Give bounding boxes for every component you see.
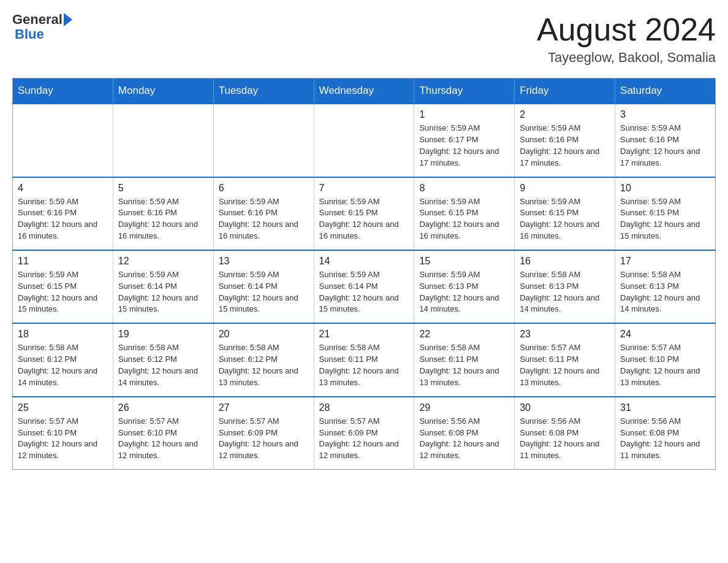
day-info: Sunrise: 5:57 AM Sunset: 6:10 PM Dayligh… <box>620 342 710 388</box>
day-number: 7 <box>319 183 409 194</box>
calendar-header-friday: Friday <box>515 79 615 104</box>
calendar-week-row: 25Sunrise: 5:57 AM Sunset: 6:10 PM Dayli… <box>13 397 716 470</box>
calendar-header-wednesday: Wednesday <box>314 79 414 104</box>
day-info: Sunrise: 5:59 AM Sunset: 6:15 PM Dayligh… <box>18 269 108 315</box>
calendar-cell: 3Sunrise: 5:59 AM Sunset: 6:16 PM Daylig… <box>615 104 716 177</box>
calendar-week-row: 18Sunrise: 5:58 AM Sunset: 6:12 PM Dayli… <box>13 323 716 396</box>
calendar-table: SundayMondayTuesdayWednesdayThursdayFrid… <box>12 78 716 470</box>
day-info: Sunrise: 5:59 AM Sunset: 6:16 PM Dayligh… <box>520 123 610 169</box>
day-number: 18 <box>18 329 108 340</box>
calendar-cell: 10Sunrise: 5:59 AM Sunset: 6:15 PM Dayli… <box>615 177 716 250</box>
logo: General Blue <box>12 12 72 42</box>
day-number: 8 <box>419 183 509 194</box>
day-info: Sunrise: 5:56 AM Sunset: 6:08 PM Dayligh… <box>620 416 710 462</box>
day-info: Sunrise: 5:58 AM Sunset: 6:12 PM Dayligh… <box>118 342 208 388</box>
day-number: 23 <box>520 329 610 340</box>
calendar-header-tuesday: Tuesday <box>213 79 314 104</box>
day-number: 31 <box>620 402 710 413</box>
day-number: 25 <box>18 402 108 413</box>
calendar-week-row: 4Sunrise: 5:59 AM Sunset: 6:16 PM Daylig… <box>13 177 716 250</box>
calendar-cell: 17Sunrise: 5:58 AM Sunset: 6:13 PM Dayli… <box>615 250 716 323</box>
day-info: Sunrise: 5:59 AM Sunset: 6:15 PM Dayligh… <box>419 196 509 242</box>
calendar-header-saturday: Saturday <box>615 79 716 104</box>
calendar-cell: 12Sunrise: 5:59 AM Sunset: 6:14 PM Dayli… <box>113 250 213 323</box>
day-info: Sunrise: 5:59 AM Sunset: 6:14 PM Dayligh… <box>319 269 409 315</box>
calendar-cell: 16Sunrise: 5:58 AM Sunset: 6:13 PM Dayli… <box>515 250 615 323</box>
day-info: Sunrise: 5:59 AM Sunset: 6:16 PM Dayligh… <box>620 123 710 169</box>
logo-general: General <box>12 12 63 27</box>
day-info: Sunrise: 5:58 AM Sunset: 6:11 PM Dayligh… <box>319 342 409 388</box>
day-info: Sunrise: 5:59 AM Sunset: 6:17 PM Dayligh… <box>419 123 509 169</box>
day-info: Sunrise: 5:56 AM Sunset: 6:08 PM Dayligh… <box>520 416 610 462</box>
calendar-header-monday: Monday <box>113 79 213 104</box>
calendar-cell: 8Sunrise: 5:59 AM Sunset: 6:15 PM Daylig… <box>414 177 515 250</box>
day-number: 4 <box>18 183 108 194</box>
day-info: Sunrise: 5:58 AM Sunset: 6:12 PM Dayligh… <box>18 342 108 388</box>
calendar-header-thursday: Thursday <box>414 79 515 104</box>
day-info: Sunrise: 5:57 AM Sunset: 6:11 PM Dayligh… <box>520 342 610 388</box>
title-block: August 2024 Tayeeglow, Bakool, Somalia <box>537 12 716 66</box>
calendar-cell: 15Sunrise: 5:59 AM Sunset: 6:13 PM Dayli… <box>414 250 515 323</box>
calendar-cell: 29Sunrise: 5:56 AM Sunset: 6:08 PM Dayli… <box>414 397 515 470</box>
calendar-cell: 21Sunrise: 5:58 AM Sunset: 6:11 PM Dayli… <box>314 323 414 396</box>
day-info: Sunrise: 5:59 AM Sunset: 6:15 PM Dayligh… <box>319 196 409 242</box>
day-number: 28 <box>319 402 409 413</box>
day-number: 15 <box>419 256 509 267</box>
day-info: Sunrise: 5:59 AM Sunset: 6:16 PM Dayligh… <box>18 196 108 242</box>
calendar-cell <box>113 104 213 177</box>
calendar-cell: 31Sunrise: 5:56 AM Sunset: 6:08 PM Dayli… <box>615 397 716 470</box>
day-number: 24 <box>620 329 710 340</box>
logo-arrow-icon <box>64 13 72 26</box>
day-info: Sunrise: 5:58 AM Sunset: 6:12 PM Dayligh… <box>219 342 309 388</box>
day-info: Sunrise: 5:59 AM Sunset: 6:13 PM Dayligh… <box>419 269 509 315</box>
day-number: 9 <box>520 183 610 194</box>
calendar-cell: 11Sunrise: 5:59 AM Sunset: 6:15 PM Dayli… <box>13 250 113 323</box>
calendar-cell: 7Sunrise: 5:59 AM Sunset: 6:15 PM Daylig… <box>314 177 414 250</box>
day-number: 16 <box>520 256 610 267</box>
calendar-cell <box>13 104 113 177</box>
day-info: Sunrise: 5:59 AM Sunset: 6:14 PM Dayligh… <box>219 269 309 315</box>
day-number: 13 <box>219 256 309 267</box>
day-number: 30 <box>520 402 610 413</box>
day-number: 17 <box>620 256 710 267</box>
calendar-cell: 22Sunrise: 5:58 AM Sunset: 6:11 PM Dayli… <box>414 323 515 396</box>
day-number: 14 <box>319 256 409 267</box>
calendar-cell <box>314 104 414 177</box>
day-info: Sunrise: 5:59 AM Sunset: 6:16 PM Dayligh… <box>118 196 208 242</box>
calendar-cell: 5Sunrise: 5:59 AM Sunset: 6:16 PM Daylig… <box>113 177 213 250</box>
day-number: 6 <box>219 183 309 194</box>
day-number: 26 <box>118 402 208 413</box>
calendar-cell: 2Sunrise: 5:59 AM Sunset: 6:16 PM Daylig… <box>515 104 615 177</box>
day-info: Sunrise: 5:58 AM Sunset: 6:13 PM Dayligh… <box>520 269 610 315</box>
day-number: 5 <box>118 183 208 194</box>
calendar-cell: 4Sunrise: 5:59 AM Sunset: 6:16 PM Daylig… <box>13 177 113 250</box>
day-number: 10 <box>620 183 710 194</box>
day-info: Sunrise: 5:59 AM Sunset: 6:14 PM Dayligh… <box>118 269 208 315</box>
day-info: Sunrise: 5:58 AM Sunset: 6:13 PM Dayligh… <box>620 269 710 315</box>
calendar-cell: 30Sunrise: 5:56 AM Sunset: 6:08 PM Dayli… <box>515 397 615 470</box>
calendar-cell: 9Sunrise: 5:59 AM Sunset: 6:15 PM Daylig… <box>515 177 615 250</box>
day-number: 21 <box>319 329 409 340</box>
day-info: Sunrise: 5:59 AM Sunset: 6:16 PM Dayligh… <box>219 196 309 242</box>
page-header: General Blue August 2024 Tayeeglow, Bako… <box>12 12 716 66</box>
day-info: Sunrise: 5:56 AM Sunset: 6:08 PM Dayligh… <box>419 416 509 462</box>
day-info: Sunrise: 5:58 AM Sunset: 6:11 PM Dayligh… <box>419 342 509 388</box>
calendar-cell: 18Sunrise: 5:58 AM Sunset: 6:12 PM Dayli… <box>13 323 113 396</box>
calendar-cell: 19Sunrise: 5:58 AM Sunset: 6:12 PM Dayli… <box>113 323 213 396</box>
logo-blue: Blue <box>15 26 44 42</box>
day-info: Sunrise: 5:59 AM Sunset: 6:15 PM Dayligh… <box>520 196 610 242</box>
day-info: Sunrise: 5:57 AM Sunset: 6:10 PM Dayligh… <box>118 416 208 462</box>
calendar-cell: 27Sunrise: 5:57 AM Sunset: 6:09 PM Dayli… <box>213 397 314 470</box>
day-number: 20 <box>219 329 309 340</box>
calendar-cell: 25Sunrise: 5:57 AM Sunset: 6:10 PM Dayli… <box>13 397 113 470</box>
day-number: 19 <box>118 329 208 340</box>
day-number: 12 <box>118 256 208 267</box>
day-number: 3 <box>620 109 710 120</box>
location-title: Tayeeglow, Bakool, Somalia <box>537 50 716 66</box>
day-info: Sunrise: 5:59 AM Sunset: 6:15 PM Dayligh… <box>620 196 710 242</box>
month-title: August 2024 <box>537 12 716 47</box>
calendar-cell <box>213 104 314 177</box>
day-info: Sunrise: 5:57 AM Sunset: 6:09 PM Dayligh… <box>319 416 409 462</box>
day-number: 1 <box>419 109 509 120</box>
calendar-week-row: 11Sunrise: 5:59 AM Sunset: 6:15 PM Dayli… <box>13 250 716 323</box>
